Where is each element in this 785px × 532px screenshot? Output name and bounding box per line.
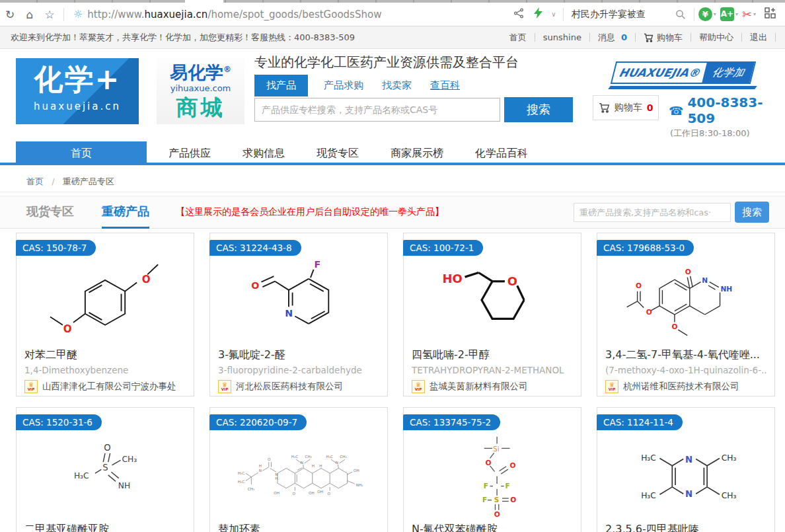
product-card[interactable]: CAS: 220620-09-7 bbox=[209, 407, 388, 532]
product-card[interactable]: CAS: 150-78-7 O O 对苯二甲醚 1,4-Dimethoxyben… bbox=[16, 233, 194, 397]
cas-badge: CAS: 150-78-7 bbox=[16, 240, 96, 256]
page: ↻ ⌂ ☆ ☼ http://www.huaxuejia.cn/home/spo… bbox=[0, 0, 785, 532]
url-bar[interactable]: ☼ http://www.huaxuejia.cn/home/spot_good… bbox=[73, 8, 381, 20]
lightning-icon[interactable] bbox=[529, 7, 548, 21]
svg-text:S: S bbox=[102, 463, 108, 473]
company-row[interactable]: ♛VIP 盐城美茵新材料有限公司 bbox=[412, 380, 573, 393]
company-name: 杭州诺维和医药技术有限公司 bbox=[623, 381, 739, 393]
breadcrumb-current: 重磅产品专区 bbox=[63, 176, 114, 186]
divider bbox=[775, 33, 776, 42]
svg-text:N: N bbox=[300, 461, 303, 465]
tab-product-wanted[interactable]: 产品求购 bbox=[324, 75, 363, 96]
top-link-help[interactable]: 帮助中心 bbox=[691, 32, 741, 44]
chevron-down-icon[interactable]: ▾ bbox=[735, 11, 738, 17]
top-link-messages[interactable]: 消息0 bbox=[590, 32, 635, 44]
vip-icon: ♛VIP bbox=[218, 380, 231, 393]
product-name[interactable]: 3,4-二氢-7-甲氧基-4-氧代喹唑... bbox=[605, 348, 766, 362]
cart-button[interactable]: 购物车 0 bbox=[593, 95, 659, 120]
chevron-down-icon[interactable]: ∨ bbox=[548, 11, 559, 18]
svg-text:N: N bbox=[275, 473, 278, 476]
tab-find-seller[interactable]: 找卖家 bbox=[382, 75, 412, 96]
chevron-down-icon[interactable]: ▾ bbox=[753, 11, 756, 17]
molecule-structure: O HO bbox=[404, 256, 581, 344]
svg-text:NH₂: NH₂ bbox=[355, 483, 363, 487]
section-tabs-row: 现货专区 重磅产品 【这里展示的是各会员企业在用户后台自助设定的唯一拳头产品】 … bbox=[0, 196, 785, 229]
vip-icon: ♛VIP bbox=[24, 380, 38, 393]
yihuaxue-mall-logo[interactable]: 易化学® yihuaxue.com 商城 bbox=[157, 58, 244, 124]
home-icon[interactable]: ⌂ bbox=[20, 8, 40, 21]
tab-find-product[interactable]: 找产品 bbox=[254, 75, 308, 96]
share-icon[interactable] bbox=[509, 8, 529, 21]
product-name[interactable]: 替加环素 bbox=[218, 523, 379, 532]
tab-best-products[interactable]: 重磅产品 bbox=[102, 196, 149, 229]
top-link-home[interactable]: 首页 bbox=[502, 32, 535, 44]
tab-spot-goods[interactable]: 现货专区 bbox=[26, 196, 74, 229]
logo-text: 化学+ bbox=[16, 58, 139, 100]
nav-item-encyclopedia[interactable]: 化学品百科 bbox=[475, 141, 528, 163]
vip-icon: ♛VIP bbox=[412, 380, 425, 393]
top-link-cart[interactable]: 购物车 bbox=[636, 32, 691, 44]
translate-icon[interactable]: A+ bbox=[720, 7, 734, 21]
svg-text:H₃C: H₃C bbox=[291, 455, 298, 459]
product-name[interactable]: 二甲基亚磺酰亚胺 bbox=[24, 523, 186, 532]
search-icon[interactable] bbox=[675, 9, 686, 20]
top-link-logout[interactable]: 退出 bbox=[742, 32, 775, 44]
svg-text:O: O bbox=[635, 282, 641, 289]
scissors-icon[interactable]: ✂ bbox=[742, 7, 752, 21]
product-name[interactable]: 2,3,5,6-四甲基吡嗪 bbox=[605, 523, 766, 532]
refresh-icon[interactable]: ↻ bbox=[0, 8, 20, 21]
top-info-bar: 欢迎来到化学加！萃聚英才，共享化学！化学加，加您更精彩！客服热线：400-838… bbox=[0, 26, 785, 49]
svg-text:O: O bbox=[510, 496, 516, 504]
svg-text:O: O bbox=[685, 268, 691, 276]
product-card[interactable]: CAS: 1520-31-6 O S CH₃ H₃C NH 二甲基亚磺酰亚胺 bbox=[16, 407, 194, 532]
brand-ribbon: HUAXUEJIA® 化学加 bbox=[613, 61, 756, 89]
product-card[interactable]: CAS: 133745-75-2 Si bbox=[403, 407, 581, 532]
apps-grid-icon[interactable] bbox=[760, 7, 780, 21]
svg-text:O: O bbox=[104, 443, 110, 453]
product-card[interactable]: CAS: 100-72-1 O HO 四氢吡喃-2-甲醇 TETRAHYDROP… bbox=[403, 233, 581, 397]
nav-item-product-supply[interactable]: 产品供应 bbox=[168, 141, 211, 163]
company-row[interactable]: ♛VIP 杭州诺维和医药技术有限公司 bbox=[605, 380, 766, 393]
shield-yen-icon[interactable]: ¥ bbox=[698, 7, 712, 21]
product-card[interactable]: CAS: 179688-53-0 N bbox=[597, 233, 775, 397]
molecule-structure: N NH O O O O bbox=[597, 256, 774, 344]
svg-text:H₃C: H₃C bbox=[641, 491, 656, 500]
molecule-structure: O S CH₃ H₃C NH bbox=[17, 430, 194, 519]
main-nav: 首页 产品供应 求购信息 现货专区 商家展示榜 化学品百科 bbox=[0, 141, 785, 165]
svg-text:N: N bbox=[685, 489, 692, 499]
product-name[interactable]: 对苯二甲醚 bbox=[24, 348, 186, 362]
search-button[interactable]: 搜索 bbox=[504, 97, 573, 122]
svg-text:HO: HO bbox=[442, 272, 462, 285]
product-card[interactable]: CAS: 31224-43-8 N F O bbox=[209, 233, 388, 397]
browser-search-text[interactable]: 村民办升学宴被查 bbox=[572, 9, 675, 20]
svg-text:NH: NH bbox=[720, 285, 732, 293]
product-card[interactable]: CAS: 1124-11-4 N N H₃C CH₃ H₃C bbox=[597, 407, 775, 532]
nav-item-merchant-list[interactable]: 商家展示榜 bbox=[391, 141, 443, 163]
company-name: 山西津津化工有限公司宁波办事处 bbox=[42, 381, 176, 393]
svg-text:F: F bbox=[482, 496, 487, 504]
url-text[interactable]: http://www.huaxuejia.cn/home/spot_goods/… bbox=[87, 9, 381, 20]
best-search-button[interactable]: 搜索 bbox=[735, 202, 769, 223]
tab-encyclopedia[interactable]: 查百科 bbox=[430, 75, 460, 96]
company-row[interactable]: ♛VIP 山西津津化工有限公司宁波办事处 bbox=[24, 380, 186, 393]
cas-badge: CAS: 100-72-1 bbox=[403, 240, 483, 256]
chevron-down-icon[interactable]: ▾ bbox=[714, 11, 716, 17]
best-search-input[interactable] bbox=[574, 203, 731, 222]
breadcrumb-home-link[interactable]: 首页 bbox=[26, 176, 44, 186]
nav-item-wanted-info[interactable]: 求购信息 bbox=[243, 141, 285, 163]
nav-item-spot-goods[interactable]: 现货专区 bbox=[317, 141, 359, 163]
company-row[interactable]: ♛VIP 河北松辰医药科技有限公司 bbox=[218, 380, 379, 393]
svg-text:CH₃: CH₃ bbox=[721, 453, 736, 463]
svg-text:N: N bbox=[335, 461, 338, 465]
product-search-input[interactable] bbox=[254, 98, 500, 122]
product-name[interactable]: 四氢吡喃-2-甲醇 bbox=[412, 348, 573, 362]
svg-text:H: H bbox=[275, 476, 278, 480]
product-name[interactable]: 3-氟吡啶-2-醛 bbox=[218, 348, 379, 362]
huaxuejia-logo[interactable]: 化学+ huaxuejia.cn bbox=[16, 58, 139, 124]
top-link-username[interactable]: sunshine bbox=[535, 32, 589, 42]
mall-logo-text: 易化学® bbox=[157, 58, 244, 84]
browser-search-box[interactable]: 村民办升学宴被查 bbox=[568, 6, 690, 23]
nav-item-home[interactable]: 首页 bbox=[16, 141, 147, 163]
bookmark-star-icon[interactable]: ☆ bbox=[40, 8, 59, 21]
product-name[interactable]: N-氟代双苯磺酰胺 bbox=[412, 523, 573, 532]
